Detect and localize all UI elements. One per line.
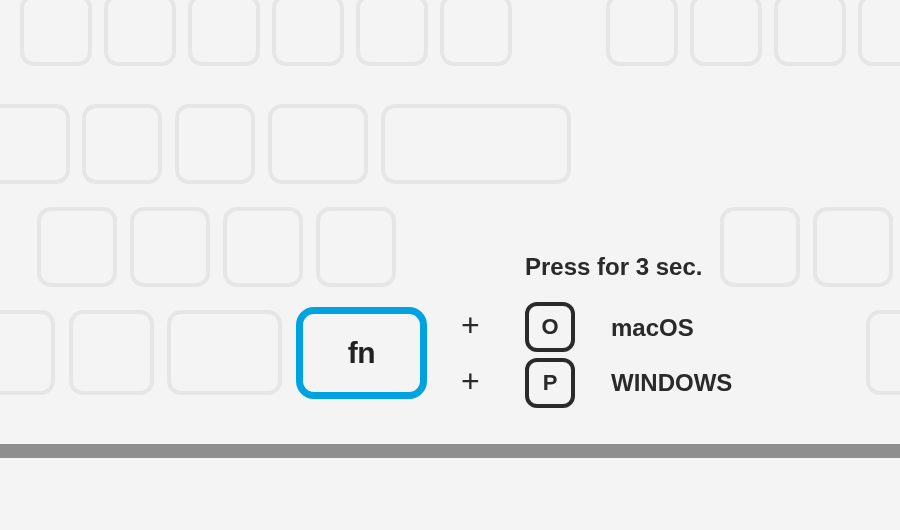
key-p-label: P [543,370,558,396]
os-label-macos: macOS [611,314,694,342]
bg-key [167,310,282,395]
bg-key [82,104,162,184]
bg-key [606,0,678,66]
bg-key [440,0,512,66]
fn-key: fn [296,307,427,399]
bg-key [858,0,900,66]
key-o-label: O [541,314,558,340]
bg-key [0,310,55,395]
bg-key [175,104,255,184]
bg-key [356,0,428,66]
bg-key [104,0,176,66]
bg-key [774,0,846,66]
bg-key [381,104,571,184]
os-label-windows: WINDOWS [611,369,732,397]
divider-bar [0,444,900,458]
bg-key [690,0,762,66]
plus-icon: + [461,309,480,341]
bg-key [69,310,154,395]
bg-key [130,207,210,287]
fn-key-label: fn [348,336,375,370]
bg-key [223,207,303,287]
key-o: O [525,302,575,352]
bg-key [720,207,800,287]
bg-key [866,310,900,395]
key-p: P [525,358,575,408]
bg-key [188,0,260,66]
bg-key [272,0,344,66]
bg-key [37,207,117,287]
bg-key [813,207,893,287]
bg-key [0,104,70,184]
bg-key [268,104,368,184]
bg-key [316,207,396,287]
instruction-text: Press for 3 sec. [525,253,702,281]
plus-icon: + [461,365,480,397]
bg-key [20,0,92,66]
